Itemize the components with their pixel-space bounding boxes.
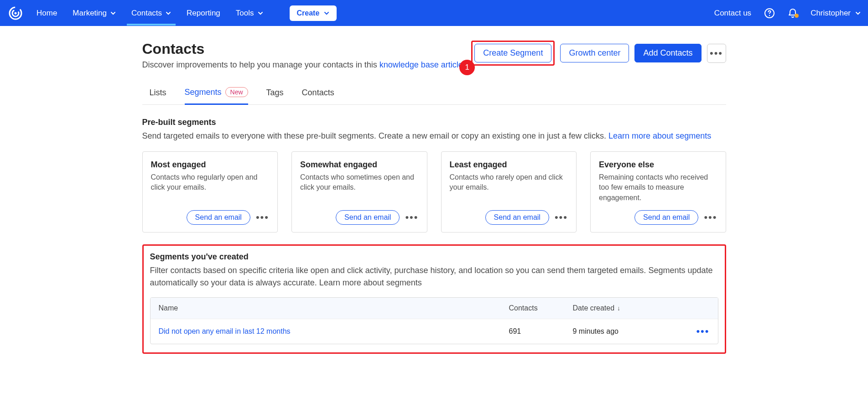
col-contacts-label: Contacts: [509, 304, 538, 312]
nav-left: Home Marketing Contacts Reporting Tools …: [36, 5, 337, 21]
table-header: Name Contacts Date created ↓: [151, 298, 718, 319]
page-subtitle-text: Discover improvements to help you manage…: [142, 60, 379, 69]
nav-contacts[interactable]: Contacts: [131, 9, 171, 18]
segments-table: Name Contacts Date created ↓ Did not ope…: [150, 297, 718, 344]
nav-home-label: Home: [36, 9, 57, 18]
add-contacts-button[interactable]: Add Contacts: [634, 44, 701, 62]
col-date-created[interactable]: Date created ↓: [573, 304, 682, 312]
nav-reporting-label: Reporting: [187, 9, 220, 18]
chevron-down-icon: [166, 10, 171, 16]
tab-lists[interactable]: Lists: [150, 83, 166, 104]
chevron-down-icon: [324, 10, 329, 16]
row-more-button[interactable]: •••: [682, 326, 710, 337]
notification-dot: [795, 14, 799, 18]
annotation-box: Create Segment: [471, 41, 555, 66]
prebuilt-desc: Send targeted emails to everyone with th…: [142, 130, 726, 142]
nav-home[interactable]: Home: [36, 9, 57, 18]
table-row: Did not open any email in last 12 months…: [151, 319, 718, 344]
create-button[interactable]: Create: [290, 5, 337, 21]
user-name: Christopher: [811, 9, 851, 18]
created-desc-text: Filter contacts based on specific criter…: [150, 266, 713, 287]
page-container: Contacts Discover improvements to help y…: [142, 26, 726, 372]
brand-logo[interactable]: [7, 5, 24, 21]
card-desc: Contacts who sometimes open and click yo…: [300, 172, 419, 193]
chevron-down-icon: [855, 10, 861, 16]
card-more-button[interactable]: •••: [704, 212, 717, 223]
send-email-button[interactable]: Send an email: [634, 210, 698, 225]
tab-tags[interactable]: Tags: [266, 83, 284, 104]
col-date-label: Date created: [573, 304, 615, 312]
send-email-button[interactable]: Send an email: [336, 210, 400, 225]
learn-more-segments-link[interactable]: Learn more about segments: [608, 131, 711, 140]
card-most-engaged: Most engaged Contacts who regularly open…: [142, 151, 278, 233]
card-desc: Contacts who rarely open and click your …: [450, 172, 568, 193]
segment-link[interactable]: Did not open any email in last 12 months: [159, 327, 291, 335]
prebuilt-desc-text: Send targeted emails to everyone with th…: [142, 131, 609, 140]
col-name[interactable]: Name: [159, 304, 509, 312]
top-nav: Home Marketing Contacts Reporting Tools …: [0, 0, 868, 26]
new-badge: New: [225, 87, 248, 97]
page-title: Contacts: [142, 41, 465, 57]
card-title: Most engaged: [151, 160, 270, 170]
growth-center-button[interactable]: Growth center: [560, 44, 629, 62]
card-more-button[interactable]: •••: [405, 212, 418, 223]
tab-tags-label: Tags: [266, 88, 284, 98]
page-title-wrap: Contacts Discover improvements to help y…: [142, 41, 465, 70]
card-more-button[interactable]: •••: [555, 212, 568, 223]
ellipsis-icon: •••: [710, 47, 723, 59]
nav-tools-label: Tools: [236, 9, 254, 18]
card-title: Somewhat engaged: [300, 160, 419, 170]
knowledge-base-link[interactable]: knowledge base article.: [379, 60, 465, 69]
card-actions: Send an email •••: [450, 203, 568, 225]
chevron-down-icon: [258, 10, 263, 16]
header-actions: 1 Create Segment Growth center Add Conta…: [471, 41, 726, 66]
card-somewhat-engaged: Somewhat engaged Contacts who sometimes …: [291, 151, 427, 233]
tab-lists-label: Lists: [150, 88, 166, 98]
tab-segments[interactable]: Segments New: [185, 83, 248, 105]
prebuilt-heading: Pre-built segments: [142, 118, 726, 127]
created-desc: Filter contacts based on specific criter…: [150, 264, 718, 289]
card-actions: Send an email •••: [599, 203, 717, 225]
nav-marketing-label: Marketing: [73, 9, 107, 18]
card-more-button[interactable]: •••: [256, 212, 269, 223]
card-everyone-else: Everyone else Remaining contacts who rec…: [590, 151, 726, 233]
card-title: Least engaged: [450, 160, 568, 170]
sort-desc-icon: ↓: [617, 305, 620, 312]
nav-contacts-label: Contacts: [131, 9, 162, 18]
col-actions: [682, 304, 710, 312]
nav-marketing[interactable]: Marketing: [73, 9, 116, 18]
nav-reporting[interactable]: Reporting: [187, 9, 220, 18]
learn-more-segments-link-2[interactable]: Learn more about segments: [319, 278, 422, 287]
create-button-label: Create: [297, 9, 320, 17]
send-email-button[interactable]: Send an email: [187, 210, 250, 225]
tab-contacts[interactable]: Contacts: [302, 83, 334, 104]
segment-name-cell: Did not open any email in last 12 months: [159, 327, 509, 336]
prebuilt-section: Pre-built segments Send targeted emails …: [142, 118, 726, 233]
send-email-button[interactable]: Send an email: [485, 210, 549, 225]
page-subtitle: Discover improvements to help you manage…: [142, 60, 465, 70]
card-least-engaged: Least engaged Contacts who rarely open a…: [441, 151, 577, 233]
card-actions: Send an email •••: [151, 203, 270, 225]
tab-segments-label: Segments: [185, 88, 222, 97]
created-segments-section: Segments you've created Filter contacts …: [142, 244, 726, 354]
user-menu[interactable]: Christopher: [811, 9, 861, 18]
notifications-icon[interactable]: [788, 8, 798, 19]
card-desc: Remaining contacts who received too few …: [599, 172, 717, 203]
segment-contacts-cell: 691: [509, 327, 573, 336]
nav-right: Contact us Christopher: [714, 8, 861, 19]
tab-contacts-label: Contacts: [302, 88, 334, 98]
created-heading: Segments you've created: [150, 252, 718, 262]
more-actions-button[interactable]: •••: [707, 44, 726, 63]
card-actions: Send an email •••: [300, 203, 419, 225]
create-segment-button[interactable]: Create Segment: [474, 44, 551, 62]
chevron-down-icon: [110, 10, 116, 16]
prebuilt-cards: Most engaged Contacts who regularly open…: [142, 151, 726, 233]
annotation-number: 1: [459, 60, 475, 75]
col-name-label: Name: [159, 304, 178, 312]
svg-point-2: [15, 12, 17, 14]
contact-us-link[interactable]: Contact us: [714, 9, 751, 18]
page-header: Contacts Discover improvements to help y…: [142, 41, 726, 74]
help-icon[interactable]: [764, 8, 775, 19]
nav-tools[interactable]: Tools: [236, 9, 263, 18]
col-contacts[interactable]: Contacts: [509, 304, 573, 312]
